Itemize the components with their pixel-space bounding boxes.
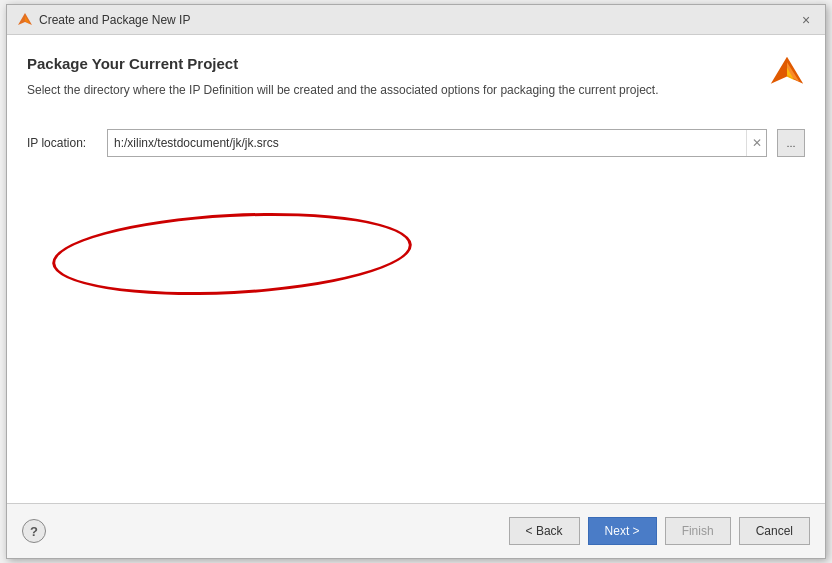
content-area: Package Your Current Project Select the … xyxy=(7,35,825,503)
browse-button[interactable]: ... xyxy=(777,129,805,157)
ip-location-input-wrapper: ✕ xyxy=(107,129,767,157)
footer: ? < Back Next > Finish Cancel xyxy=(7,503,825,558)
vivado-logo xyxy=(769,55,805,91)
close-button[interactable]: × xyxy=(797,11,815,29)
title-bar-left: Create and Package New IP xyxy=(17,12,190,28)
ip-location-label: IP location: xyxy=(27,136,97,150)
title-bar: Create and Package New IP × xyxy=(7,5,825,35)
dialog-window: Create and Package New IP × Package Your… xyxy=(6,4,826,559)
footer-left: ? xyxy=(22,519,46,543)
help-button[interactable]: ? xyxy=(22,519,46,543)
section-description: Select the directory where the IP Defini… xyxy=(27,82,727,99)
section-title: Package Your Current Project xyxy=(27,55,805,72)
finish-button: Finish xyxy=(665,517,731,545)
footer-right: < Back Next > Finish Cancel xyxy=(509,517,810,545)
next-button[interactable]: Next > xyxy=(588,517,657,545)
help-icon: ? xyxy=(30,524,38,539)
clear-input-button[interactable]: ✕ xyxy=(746,130,766,156)
ip-location-input[interactable] xyxy=(108,130,746,156)
cancel-button[interactable]: Cancel xyxy=(739,517,810,545)
dialog-title: Create and Package New IP xyxy=(39,13,190,27)
back-button[interactable]: < Back xyxy=(509,517,580,545)
browse-icon: ... xyxy=(786,137,795,149)
vivado-title-icon xyxy=(17,12,33,28)
clear-icon: ✕ xyxy=(752,136,762,150)
ip-location-row: IP location: ✕ ... xyxy=(27,129,805,157)
